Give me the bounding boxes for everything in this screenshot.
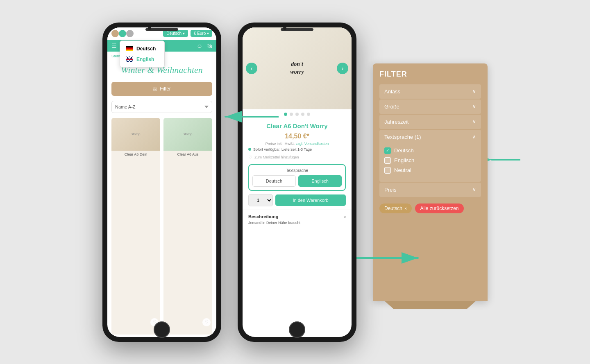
checkmark-deutsch: ✓: [386, 148, 389, 153]
product-detail: Clear A6 Don't Worry 14,50 €* Preise ink…: [243, 119, 352, 210]
availability-dot: [248, 148, 251, 151]
filter-textsprache-englisch[interactable]: Englisch: [384, 157, 476, 164]
phone-screen-2: don'tworry ‹ › Clear A6 Don't Worry 14,5…: [243, 27, 352, 337]
product-heart-2[interactable]: ♡: [202, 318, 211, 326]
carousel-dot-3[interactable]: [295, 113, 299, 116]
carousel-dots: [243, 109, 352, 119]
filter-section-textsprache-header[interactable]: Textsprache (1) ∧: [379, 130, 481, 144]
filter-section-groesse-header[interactable]: Größe ∨: [379, 99, 481, 114]
language-button[interactable]: Deutsch ▾: [163, 30, 188, 37]
filter-anlass-label: Anlass: [384, 88, 400, 95]
filter-section-preis-header[interactable]: Preis ∨: [379, 183, 481, 197]
reset-all-button[interactable]: Alle zurücksetzen: [415, 203, 463, 213]
wishlist-heart-icon: ♡: [248, 155, 252, 160]
language-dropdown: Deutsch English: [120, 41, 165, 68]
product-availability: Sofort verfügbar, Lieferzeit 1-3 Tage: [248, 147, 346, 151]
filter-tags: Deutsch × Alle zurücksetzen: [379, 203, 481, 213]
filter-preis-chevron: ∨: [472, 187, 476, 192]
logo-circle-3: [126, 30, 134, 37]
logo-circle-2: [119, 30, 126, 37]
filter-textsprache-neutral-label: Neutral: [394, 167, 411, 173]
phone-home-button-2[interactable]: [289, 321, 305, 338]
carousel-dot-1[interactable]: [284, 113, 287, 116]
flag-uk: [126, 57, 133, 62]
textsprache-buttons: Deutsch Englisch: [252, 175, 342, 187]
filter-section-anlass-header[interactable]: Anlass ∨: [379, 84, 481, 99]
filter-textsprache-neutral[interactable]: Neutral: [384, 167, 476, 174]
product-grid: stamp ♡ Clear A5 Dein stamp ♡ Clear A6 A…: [107, 115, 216, 337]
textsprache-englisch-btn[interactable]: Englisch: [298, 175, 342, 187]
wishlist-row: ♡ Zum Merkzettel hinzufügen: [248, 155, 346, 160]
lang-option-english[interactable]: English: [120, 54, 164, 65]
filter-section-groesse: Größe ∨: [379, 99, 481, 114]
product-card-1[interactable]: stamp ♡ Clear A5 Dein: [111, 118, 160, 335]
arrow-filter: [488, 154, 520, 166]
carousel-right-button[interactable]: ›: [337, 63, 348, 74]
filter-button[interactable]: ⚖ Filter: [111, 82, 212, 96]
product-thumbnail-2: stamp: [163, 118, 212, 151]
phone-2: don'tworry ‹ › Clear A6 Don't Worry 14,5…: [238, 23, 356, 342]
filter-anlass-chevron: ∨: [472, 88, 476, 94]
filter-section-jahreszeit-header[interactable]: Jahreszeit ∨: [379, 115, 481, 129]
phone-frame-2: don'tworry ‹ › Clear A6 Don't Worry 14,5…: [238, 23, 356, 342]
logo-circle-1: [111, 30, 119, 37]
carousel-left-button[interactable]: ‹: [246, 63, 257, 74]
lang-label-deutsch: Deutsch: [136, 46, 156, 52]
phone-camera-2: [283, 27, 286, 30]
product-name-1: Clear A5 Dein: [111, 151, 160, 158]
filter-jahreszeit-chevron: ∨: [472, 119, 476, 124]
filter-groesse-chevron: ∨: [472, 104, 476, 109]
filter-checkbox-englisch[interactable]: [384, 157, 391, 164]
product-tax: Preise inkl. MwSt. zzgl. Versandkosten: [248, 142, 346, 146]
filter-section-textsprache: Textsprache (1) ∧ ✓ Deutsch Englisch Neu…: [379, 130, 481, 182]
beschreibung-row[interactable]: Beschreibung ›: [243, 210, 352, 221]
add-to-cart-button[interactable]: In den Warenkorb: [275, 194, 346, 206]
carousel-dot-5[interactable]: [307, 113, 310, 116]
phone-screen-1: Deutsch ▾ € Euro ▾ Deutsch English: [107, 27, 216, 337]
textsprache-label: Textsprache: [252, 168, 342, 173]
logo-area: [111, 30, 134, 37]
lang-option-deutsch[interactable]: Deutsch: [120, 43, 164, 54]
filter-section-anlass: Anlass ∨: [379, 84, 481, 99]
filter-label: Filter: [160, 86, 171, 92]
product-name-2: Clear A6 Aus: [163, 151, 212, 158]
textsprache-deutsch-btn[interactable]: Deutsch: [252, 175, 296, 187]
product-price: 14,50 €*: [248, 133, 346, 140]
flag-de: [126, 46, 133, 51]
header-right: Deutsch ▾ € Euro ▾: [163, 30, 212, 37]
quantity-select[interactable]: 1 2 3: [248, 194, 273, 206]
filter-section-textsprache-body: ✓ Deutsch Englisch Neutral: [379, 144, 481, 182]
product-card-2[interactable]: stamp ♡ Clear A6 Aus: [163, 118, 212, 335]
filter-tag-deutsch[interactable]: Deutsch ×: [379, 203, 412, 213]
beschreibung-preview: Jemand in Deiner Nähe braucht: [243, 221, 352, 228]
currency-button[interactable]: € Euro ▾: [191, 30, 212, 37]
filter-textsprache-label: Textsprache (1): [384, 134, 421, 140]
phone-camera-1: [148, 27, 151, 30]
filter-groesse-label: Größe: [384, 104, 399, 110]
phone-home-button-1[interactable]: [154, 321, 170, 338]
smiley-icon[interactable]: ☺: [197, 43, 202, 49]
filter-checkbox-neutral[interactable]: [384, 167, 391, 174]
carousel-dot-4[interactable]: [301, 113, 304, 116]
product-image-area: don'tworry ‹ ›: [243, 27, 352, 109]
filter-section-jahreszeit: Jahreszeit ∨: [379, 115, 481, 129]
filter-panel: FILTER Anlass ∨ Größe ∨ Jahreszeit ∨ Tex…: [373, 63, 488, 301]
shipping-link[interactable]: zzgl. Versandkosten: [296, 142, 329, 146]
sort-select[interactable]: Name A-Z Name Z-A Preis aufsteigend Prei…: [111, 101, 212, 113]
beschreibung-chevron: ›: [344, 214, 346, 219]
filter-jahreszeit-label: Jahreszeit: [384, 119, 408, 125]
filter-checkbox-deutsch[interactable]: ✓: [384, 147, 391, 154]
hamburger-icon[interactable]: ☰: [111, 43, 117, 49]
product-title: Clear A6 Don't Worry: [248, 122, 346, 129]
filter-textsprache-englisch-label: Englisch: [394, 157, 414, 163]
nav-icons: ☺ 🛍: [197, 43, 212, 49]
filter-tag-close-icon[interactable]: ×: [404, 206, 407, 211]
carousel-dot-2[interactable]: [290, 113, 293, 116]
filter-tag-deutsch-label: Deutsch: [384, 206, 402, 211]
filter-section-preis: Preis ∨: [379, 183, 481, 197]
beschreibung-label: Beschreibung: [248, 214, 278, 219]
cart-icon[interactable]: 🛍: [206, 43, 212, 49]
lang-label-english: English: [136, 57, 154, 62]
filter-textsprache-deutsch[interactable]: ✓ Deutsch: [384, 147, 476, 154]
add-to-cart-row: 1 2 3 In den Warenkorb: [248, 194, 346, 206]
